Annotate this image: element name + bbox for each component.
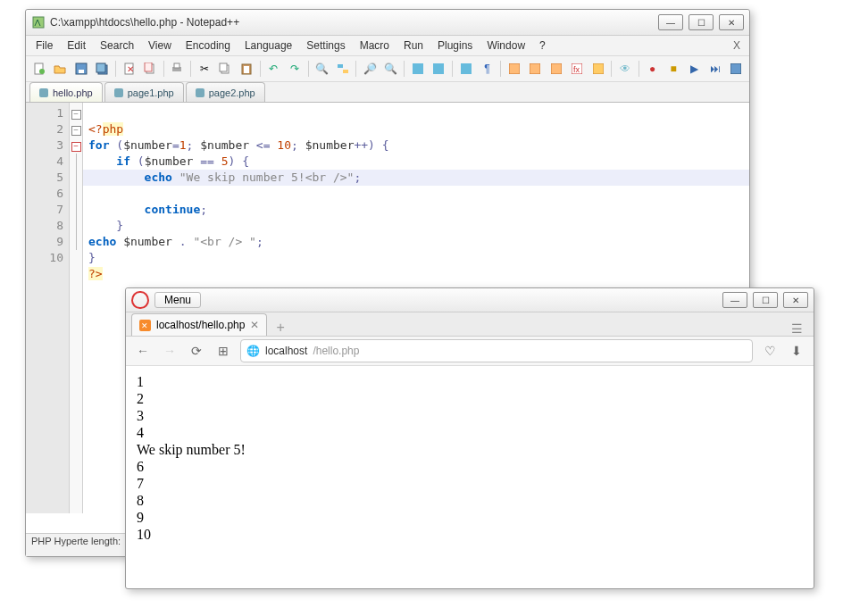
app-icon: [31, 15, 46, 29]
file-tab-page2[interactable]: page2.php: [186, 82, 265, 102]
browser-menu-button[interactable]: Menu: [154, 292, 201, 308]
indent-guide-icon[interactable]: [505, 59, 523, 79]
close-button[interactable]: ✕: [783, 292, 808, 308]
save-all-icon[interactable]: [92, 59, 111, 79]
fold-toggle-icon[interactable]: −: [71, 126, 81, 136]
menu-edit[interactable]: Edit: [61, 37, 92, 54]
file-icon: [114, 88, 123, 97]
output-line: 3: [137, 407, 803, 424]
stop-icon[interactable]: ■: [664, 59, 682, 79]
opera-icon: [131, 291, 149, 309]
copy-icon[interactable]: [216, 59, 235, 79]
svg-rect-20: [433, 63, 444, 74]
titlebar[interactable]: C:\xampp\htdocs\hello.php - Notepad++ ― …: [26, 10, 749, 36]
minimize-button[interactable]: ―: [658, 14, 683, 30]
svg-rect-4: [79, 70, 84, 73]
menu-help[interactable]: ?: [533, 37, 552, 54]
downloads-button[interactable]: ⬇: [787, 341, 806, 361]
find-icon[interactable]: 🔍: [312, 59, 330, 79]
menu-settings[interactable]: Settings: [300, 37, 351, 54]
maximize-button[interactable]: ☐: [689, 14, 714, 30]
address-bar[interactable]: 🌐 localhost/hello.php: [240, 339, 753, 362]
reload-button[interactable]: ⟳: [187, 341, 206, 361]
doc-map-icon[interactable]: [588, 59, 607, 79]
svg-text:✕: ✕: [127, 64, 134, 74]
svg-point-2: [39, 69, 45, 74]
print-icon[interactable]: [168, 59, 187, 79]
redo-icon[interactable]: ↷: [285, 59, 304, 79]
menu-search[interactable]: Search: [94, 37, 140, 54]
wrap-icon[interactable]: [456, 59, 475, 79]
monitor-icon[interactable]: 👁: [615, 59, 634, 79]
file-tab-bar: hello.php page1.php page2.php: [26, 82, 749, 103]
file-tab-label: hello.php: [53, 87, 93, 98]
browser-nav-bar: ← → ⟳ ⊞ 🌐 localhost/hello.php ♡ ⬇: [126, 337, 814, 366]
file-tab-label: page1.php: [128, 87, 174, 98]
menu-language[interactable]: Language: [238, 37, 298, 54]
new-file-icon[interactable]: [29, 59, 48, 79]
fold-toggle-icon[interactable]: −: [71, 142, 81, 152]
menu-view[interactable]: View: [142, 37, 178, 54]
open-file-icon[interactable]: [50, 59, 69, 79]
svg-rect-10: [145, 62, 152, 71]
show-all-icon[interactable]: ¶: [478, 59, 497, 79]
lang-indent-icon[interactable]: [526, 59, 545, 79]
func-list-icon[interactable]: fx: [568, 59, 587, 79]
save-icon[interactable]: [71, 59, 90, 79]
play-icon[interactable]: ▶: [685, 59, 704, 79]
sync-v-icon[interactable]: [408, 59, 427, 79]
record-icon[interactable]: ●: [643, 59, 662, 79]
svg-rect-24: [551, 63, 562, 74]
page-content: 1 2 3 4 We skip number 5! 6 7 8 9 10: [126, 366, 814, 550]
browser-tab[interactable]: ✕ localhost/hello.php ✕: [131, 313, 267, 336]
file-icon: [196, 88, 204, 97]
minimize-button[interactable]: ―: [722, 292, 747, 308]
close-file-icon[interactable]: ✕: [120, 59, 138, 79]
sync-h-icon[interactable]: [430, 59, 448, 79]
zoom-in-icon[interactable]: 🔎: [360, 59, 379, 79]
globe-icon: 🌐: [246, 345, 260, 357]
file-tab-label: page2.php: [209, 87, 255, 98]
browser-titlebar[interactable]: Menu ― ☐ ✕: [126, 288, 814, 312]
new-tab-icon[interactable]: +: [271, 320, 289, 336]
maximize-button[interactable]: ☐: [753, 292, 778, 308]
output-line: 4: [137, 424, 803, 441]
output-line: 2: [137, 390, 803, 407]
undo-icon[interactable]: ↶: [264, 59, 283, 79]
tab-menu-icon[interactable]: ☰: [786, 321, 808, 336]
close-button[interactable]: ✕: [719, 14, 744, 30]
output-line: 8: [137, 492, 803, 509]
menu-file[interactable]: File: [29, 37, 59, 54]
bookmark-button[interactable]: ♡: [760, 341, 780, 361]
svg-rect-23: [530, 63, 540, 74]
menu-close-icon[interactable]: X: [728, 39, 746, 52]
menu-bar: File Edit Search View Encoding Language …: [26, 36, 749, 56]
menu-plugins[interactable]: Plugins: [431, 37, 479, 54]
menu-run[interactable]: Run: [397, 37, 430, 54]
tab-close-icon[interactable]: ✕: [250, 319, 259, 331]
file-tab-hello[interactable]: hello.php: [29, 82, 103, 102]
svg-rect-14: [220, 63, 227, 71]
zoom-out-icon[interactable]: 🔍: [381, 59, 400, 79]
back-button[interactable]: ←: [133, 341, 153, 361]
fold-gutter: − − −: [70, 103, 83, 513]
cut-icon[interactable]: ✂: [195, 59, 213, 79]
menu-encoding[interactable]: Encoding: [179, 37, 237, 54]
replace-icon[interactable]: [333, 59, 352, 79]
fold-toggle-icon[interactable]: −: [71, 110, 81, 120]
speed-dial-icon[interactable]: ⊞: [213, 341, 233, 361]
menu-window[interactable]: Window: [480, 37, 531, 54]
paste-icon[interactable]: [237, 59, 255, 79]
menu-macro[interactable]: Macro: [354, 37, 396, 54]
browser-window: Menu ― ☐ ✕ ✕ localhost/hello.php ✕ + ☰ ←…: [125, 287, 814, 589]
svg-rect-18: [343, 70, 348, 73]
close-all-icon[interactable]: [140, 59, 159, 79]
svg-text:✕: ✕: [141, 321, 148, 330]
fast-play-icon[interactable]: ⏭: [705, 59, 724, 79]
forward-button[interactable]: →: [160, 341, 179, 361]
save-macro-icon[interactable]: [727, 59, 746, 79]
svg-rect-16: [244, 66, 249, 73]
output-line: 7: [137, 475, 803, 492]
folder-margin-icon[interactable]: [547, 59, 565, 79]
file-tab-page1[interactable]: page1.php: [104, 82, 184, 102]
